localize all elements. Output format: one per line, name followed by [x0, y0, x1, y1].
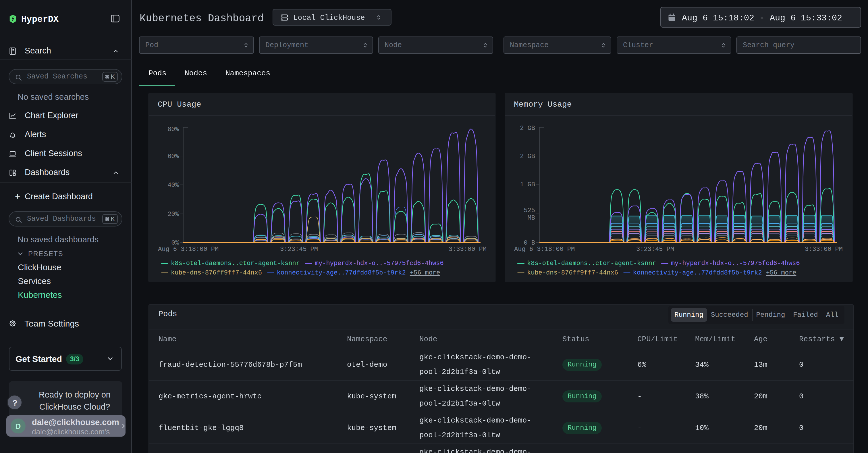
svg-text:525: 525: [524, 207, 535, 214]
svg-text:Aug 6 3:18:00 PM: Aug 6 3:18:00 PM: [158, 246, 219, 253]
svg-text:MB: MB: [528, 215, 535, 222]
svg-text:20%: 20%: [167, 211, 179, 218]
svg-text:Aug 6 3:18:00 PM: Aug 6 3:18:00 PM: [514, 246, 575, 253]
svg-text:2 GB: 2 GB: [520, 125, 535, 132]
svg-text:2 GB: 2 GB: [520, 153, 535, 160]
svg-text:3:23:45 PM: 3:23:45 PM: [636, 246, 674, 253]
svg-text:3:23:45 PM: 3:23:45 PM: [280, 246, 318, 253]
svg-text:3:33:00 PM: 3:33:00 PM: [448, 246, 487, 253]
svg-text:3:33:00 PM: 3:33:00 PM: [805, 246, 843, 253]
svg-text:40%: 40%: [167, 182, 179, 189]
svg-text:1 GB: 1 GB: [520, 181, 535, 188]
svg-text:60%: 60%: [167, 153, 179, 160]
svg-text:80%: 80%: [167, 126, 179, 133]
